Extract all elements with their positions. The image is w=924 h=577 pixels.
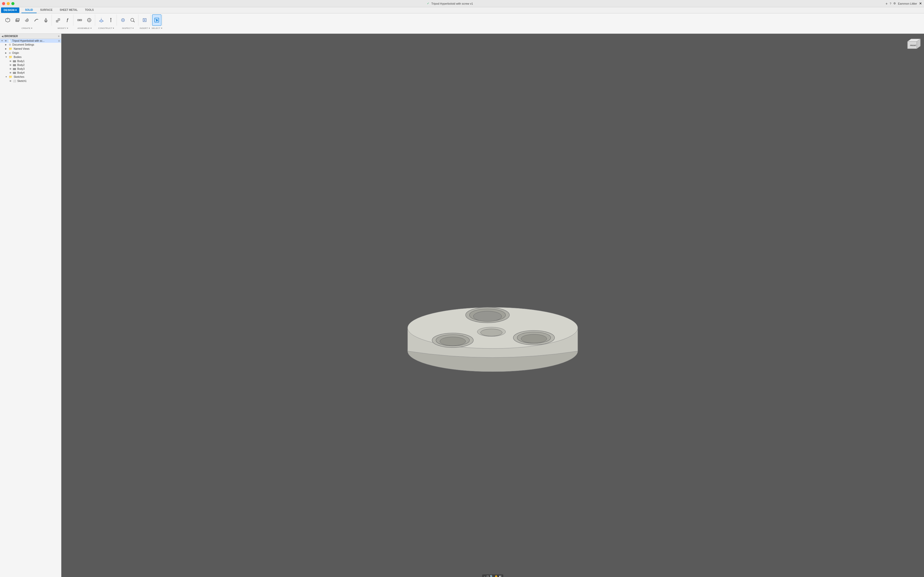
tree-expand-sketches[interactable]: ▼ — [5, 76, 8, 78]
viewport[interactable]: FRONT ⌂ ⊡ 🔍 ✋ ◧ — [61, 34, 924, 577]
revolve-button[interactable] — [22, 15, 31, 26]
assemble-label: ASSEMBLE ▾ — [78, 27, 92, 29]
folder-icon-bodies: 📁 — [9, 55, 12, 59]
eye-icon-body1[interactable]: 👁 — [9, 60, 11, 63]
new-component-button[interactable] — [3, 15, 12, 26]
fillet-button[interactable] — [53, 15, 63, 26]
tree-item-named-views[interactable]: ▶ 📁 Named Views — [0, 47, 61, 51]
loft-icon — [43, 17, 49, 23]
tab-solid[interactable]: SOLID — [21, 7, 37, 13]
modify-label: MODIFY ▾ — [58, 27, 68, 29]
eye-icon-body4[interactable]: 👁 — [9, 72, 11, 74]
tree-label-bodies: Bodies — [14, 56, 22, 58]
body-thumb-body2 — [13, 64, 16, 66]
svg-point-35 — [521, 334, 547, 343]
joint2-button[interactable] — [84, 15, 94, 26]
tree-item-sketch1[interactable]: 👁 ⬜ Sketch1 — [0, 79, 61, 83]
formula-button[interactable]: ƒ — [63, 15, 72, 26]
tree-expand-root[interactable]: ▼ — [1, 40, 4, 42]
tree-label-body2: Body2 — [17, 64, 24, 66]
tree-item-body2[interactable]: 👁 Body2 — [0, 63, 61, 67]
viewport-display-button[interactable]: ◧ — [499, 575, 502, 577]
sketch-icon: ⬜ — [13, 80, 16, 82]
tree-expand-named-views[interactable]: ▶ — [5, 48, 8, 50]
window-title: Tripod Hyperboloid with screw v1 — [431, 2, 473, 5]
joint-icon — [77, 17, 82, 23]
modify-group: ƒ — [52, 15, 73, 26]
loft-button[interactable] — [41, 15, 50, 26]
svg-line-20 — [134, 21, 135, 23]
select-group — [151, 15, 163, 26]
minimize-button[interactable] — [7, 2, 10, 5]
tree-item-bodies[interactable]: ▼ 📁 Bodies — [0, 55, 61, 59]
maximize-button[interactable] — [11, 2, 15, 5]
tab-tools[interactable]: TOOLS — [81, 7, 97, 13]
svg-point-19 — [131, 18, 134, 21]
titlebar: ✓ Tripod Hyperboloid with screw v1 + ? ⚙… — [0, 0, 924, 7]
browser-panel: ◀ BROWSER ≡ ▼ 👁 📄 Tripod Hyperboloid wit… — [0, 34, 61, 577]
svg-point-18 — [123, 19, 123, 21]
tree-settings-icon[interactable]: ⚙ — [58, 40, 60, 42]
viewport-zoom-button[interactable]: 🔍 — [490, 575, 493, 577]
body-thumb-body1 — [13, 60, 16, 62]
folder-icon-sketches: 📁 — [9, 75, 12, 79]
svg-text:FRONT: FRONT — [910, 45, 916, 47]
tree-item-body4[interactable]: 👁 Body4 — [0, 71, 61, 75]
svg-point-29 — [473, 311, 502, 321]
eye-icon-sketch1[interactable]: 👁 — [9, 80, 11, 82]
extrude-button[interactable] — [13, 15, 22, 26]
titlebar-controls — [2, 2, 15, 5]
tree-expand-doc-settings[interactable]: ▶ — [5, 44, 8, 46]
toolbar-group-assemble: ASSEMBLE ▾ — [74, 15, 95, 26]
tree-label-body3: Body3 — [17, 68, 24, 70]
tab-sheet-metal[interactable]: SHEET METAL — [56, 7, 81, 13]
close-button[interactable] — [2, 2, 5, 5]
select-button[interactable] — [152, 15, 162, 26]
svg-rect-9 — [80, 19, 82, 21]
mode-tabs: SOLID SURFACE SHEET METAL TOOLS — [21, 7, 97, 13]
tree-label-sketches: Sketches — [14, 76, 24, 78]
svg-point-32 — [440, 337, 465, 346]
sweep-button[interactable] — [32, 15, 41, 26]
svg-marker-16 — [110, 18, 111, 19]
inspect2-button[interactable] — [128, 15, 137, 26]
joint-button[interactable] — [75, 15, 84, 26]
inspect1-button[interactable] — [118, 15, 128, 26]
add-tab-button[interactable]: + — [885, 2, 888, 6]
user-name[interactable]: Eammon Littler — [898, 2, 917, 5]
construct-axis-icon — [108, 17, 114, 23]
assemble-group — [74, 15, 95, 26]
close-window-button[interactable]: ✕ — [919, 2, 922, 5]
tree-item-sketches[interactable]: ▼ 📁 Sketches — [0, 75, 61, 79]
insert1-button[interactable] — [140, 15, 149, 26]
tree-expand-bodies[interactable]: ▼ — [5, 56, 8, 58]
tree-item-doc-settings[interactable]: ▶ ⚙ Document Settings — [0, 43, 61, 47]
tree-expand-origin[interactable]: ▶ — [5, 52, 8, 54]
viewport-pan-button[interactable]: ✋ — [494, 575, 498, 577]
main-toolbar: CREATE ▾ ƒ MODIFY ▾ — [0, 13, 924, 34]
construct-axis-button[interactable] — [106, 15, 115, 26]
navigation-cube[interactable]: FRONT — [905, 37, 921, 53]
browser-options-icon[interactable]: ≡ — [58, 35, 60, 38]
browser-collapse-icon[interactable]: ◀ — [2, 35, 3, 38]
eye-icon-body3[interactable]: 👁 — [9, 68, 11, 70]
viewport-home-button[interactable]: ⌂ — [484, 575, 485, 577]
tree-item-body1[interactable]: 👁 Body1 — [0, 59, 61, 63]
toolbar-container: DESIGN ▾ SOLID SURFACE SHEET METAL TOOLS — [0, 7, 924, 34]
3d-model — [402, 243, 583, 372]
construct-plane-button[interactable] — [97, 15, 106, 26]
create-group — [2, 15, 52, 26]
revolve-icon — [24, 17, 30, 23]
eye-icon-root[interactable]: 👁 — [5, 40, 7, 42]
tree-item-root[interactable]: ▼ 👁 📄 Tripod Hyperboloid with sc... ⚙ — [0, 39, 61, 43]
doc-icon: 📄 — [8, 39, 11, 42]
help-icon[interactable]: ? — [890, 2, 891, 5]
tab-surface[interactable]: SURFACE — [37, 7, 56, 13]
eye-icon-body2[interactable]: 👁 — [9, 64, 11, 66]
design-mode-dropdown[interactable]: DESIGN ▾ — [1, 8, 19, 13]
tree-item-origin[interactable]: ▶ ⊕ Origin — [0, 51, 61, 55]
viewport-fit-button[interactable]: ⊡ — [486, 575, 489, 577]
settings-icon[interactable]: ⚙ — [893, 2, 896, 5]
tree-item-body3[interactable]: 👁 Body3 — [0, 67, 61, 71]
fillet-icon — [55, 17, 61, 23]
